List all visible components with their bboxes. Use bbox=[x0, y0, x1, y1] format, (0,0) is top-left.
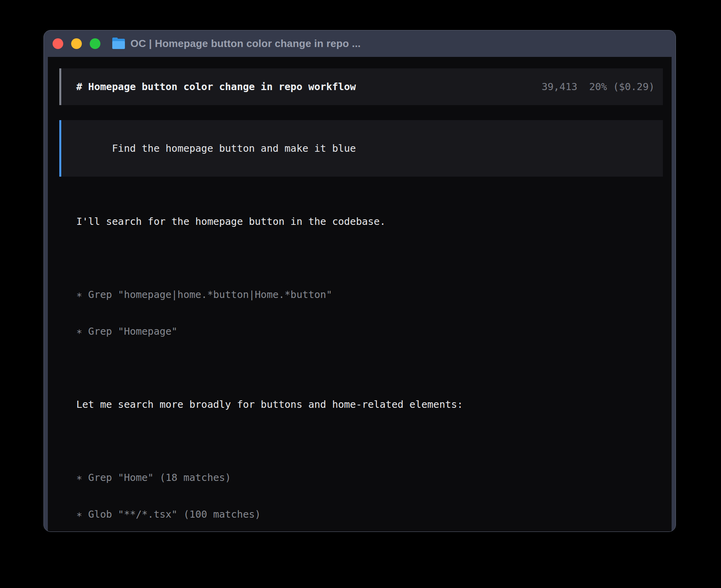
session-header: # Homepage button color change in repo w… bbox=[59, 68, 663, 105]
session-title: # Homepage button color change in repo w… bbox=[76, 81, 356, 93]
tool-call: ∗ Grep "Homepage" bbox=[76, 325, 663, 337]
token-count: 39,413 bbox=[542, 81, 577, 93]
minimize-button[interactable] bbox=[71, 38, 82, 49]
session-stats: 39,413 20% ($0.29) bbox=[542, 81, 655, 93]
assistant-text: Let me search more broadly for buttons a… bbox=[76, 374, 663, 435]
tool-call: ∗ Grep "homepage|home.*button|Home.*butt… bbox=[76, 288, 663, 301]
context-usage: 20% bbox=[589, 81, 607, 93]
tool-calls-grep: ∗ Grep "homepage|home.*button|Home.*butt… bbox=[76, 264, 663, 362]
terminal-viewport[interactable]: # Homepage button color change in repo w… bbox=[48, 57, 672, 531]
tool-calls-search: ∗ Grep "Home" (18 matches) ∗ Glob "**/*.… bbox=[76, 447, 663, 531]
user-message: Find the homepage button and make it blu… bbox=[59, 120, 663, 177]
assistant-text: I'll search for the homepage button in t… bbox=[76, 191, 663, 252]
tool-call: ∗ Grep "Home" (18 matches) bbox=[76, 471, 663, 484]
terminal-window: OC | Homepage button color change in rep… bbox=[43, 30, 676, 532]
zoom-button[interactable] bbox=[90, 38, 100, 49]
close-button[interactable] bbox=[53, 38, 63, 49]
window-titlebar[interactable]: OC | Homepage button color change in rep… bbox=[44, 30, 676, 57]
window-title: OC | Homepage button color change in rep… bbox=[130, 38, 361, 50]
session-cost: ($0.29) bbox=[613, 81, 655, 93]
user-message-text: Find the homepage button and make it blu… bbox=[112, 143, 356, 154]
folder-icon bbox=[112, 39, 125, 49]
assistant-transcript: I'll search for the homepage button in t… bbox=[59, 191, 663, 531]
tool-call: ∗ Glob "**/*.tsx" (100 matches) bbox=[76, 508, 663, 520]
